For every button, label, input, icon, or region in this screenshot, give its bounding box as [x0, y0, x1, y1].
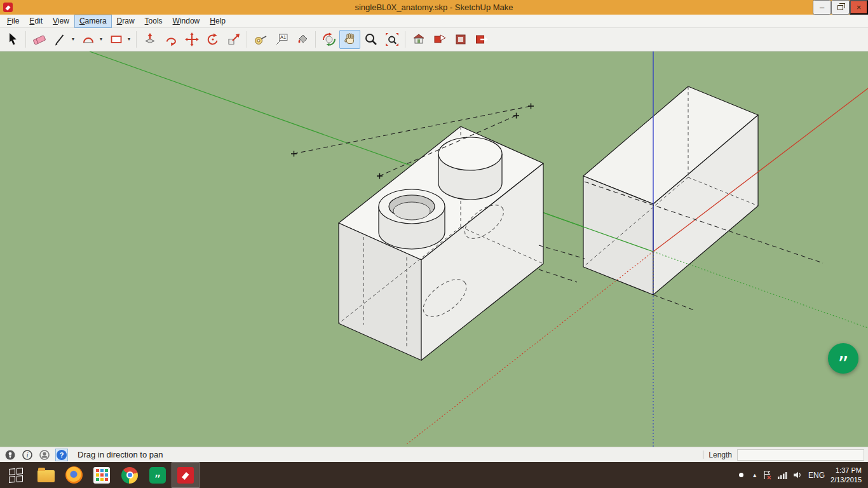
line-tool-dropdown[interactable]: ▾ — [69, 30, 78, 49]
tape-measure-icon — [253, 32, 268, 47]
sign-in-button[interactable] — [38, 449, 51, 461]
plain-box[interactable] — [583, 86, 758, 295]
brick-stud-rear[interactable] — [438, 137, 502, 200]
measurement-area: Length — [703, 449, 864, 461]
menu-item-view[interactable]: View — [48, 15, 74, 28]
close-button[interactable]: × — [850, 0, 868, 15]
scale-tool-button[interactable] — [223, 30, 244, 49]
hangouts-icon: ” — [149, 467, 166, 484]
hangouts-button[interactable]: ” — [144, 462, 172, 488]
tray-alert-icon[interactable] — [736, 470, 746, 480]
move-tool-button[interactable] — [181, 30, 202, 49]
measurement-label: Length — [709, 451, 732, 459]
file-explorer-button[interactable] — [32, 462, 60, 488]
action-center-icon[interactable] — [763, 470, 771, 480]
geolocation-button[interactable] — [4, 449, 17, 461]
menu-item-draw[interactable]: Draw — [112, 15, 140, 28]
menu-item-window[interactable]: Window — [168, 15, 205, 28]
arc-icon — [81, 32, 96, 47]
chevron-down-icon: ▾ — [72, 37, 74, 42]
brick-stud-front-hollow[interactable] — [379, 189, 445, 249]
chevron-down-icon: ▾ — [100, 37, 102, 42]
followme-icon — [163, 32, 179, 47]
help-button[interactable]: ? — [55, 449, 68, 461]
taskbar: ” ▲ ENG 1:37 PM 2/13/2015 — [0, 462, 868, 488]
folder-icon — [37, 470, 55, 482]
help-glyph: ? — [60, 451, 64, 459]
paint-bucket-tool-button[interactable] — [292, 30, 313, 49]
drawing-viewport[interactable]: ” — [0, 51, 868, 447]
pencil-icon — [53, 32, 68, 47]
select-cursor-icon — [5, 32, 20, 47]
app-grid-icon — [93, 467, 110, 484]
eraser-icon — [32, 32, 47, 47]
line-tool-button[interactable] — [50, 30, 71, 49]
zoom-extents-tool-button[interactable] — [381, 30, 402, 49]
help-icon: ? — [56, 449, 67, 461]
status-bar: i ? Drag in direction to pan Length — [0, 447, 868, 462]
text-icon: A1 — [274, 32, 289, 47]
arc-tool-button[interactable] — [78, 30, 98, 49]
menu-item-tools[interactable]: Tools — [140, 15, 168, 28]
volume-icon[interactable] — [793, 471, 803, 479]
select-tool-button[interactable] — [2, 30, 23, 49]
measurement-input[interactable] — [737, 449, 864, 461]
zoom-tool-button[interactable] — [360, 30, 381, 49]
chrome-button[interactable] — [116, 462, 144, 488]
geolocation-icon — [4, 449, 16, 461]
title-bar[interactable]: singleBL0X_anatomy.skp - SketchUp Make –… — [0, 0, 868, 15]
stat-divider — [703, 451, 703, 459]
menu-item-help[interactable]: Help — [205, 15, 231, 28]
toolbar-separator — [405, 31, 405, 48]
toolbar-separator — [247, 31, 247, 48]
info-glyph: i — [27, 452, 29, 459]
paint-bucket-icon — [295, 32, 310, 47]
orbit-tool-button[interactable] — [318, 30, 339, 49]
export-icon — [474, 32, 489, 47]
menu-item-file[interactable]: File — [2, 15, 24, 28]
network-icon[interactable] — [777, 471, 787, 479]
text-tool-label: A1 — [280, 34, 286, 40]
sketchup-window: singleBL0X_anatomy.skp - SketchUp Make –… — [0, 0, 868, 488]
app-grid-button[interactable] — [88, 462, 116, 488]
extension-warehouse-button[interactable] — [450, 30, 471, 49]
minimize-button[interactable]: – — [813, 0, 831, 15]
credits-button[interactable]: i — [21, 449, 34, 461]
chrome-icon — [121, 467, 138, 484]
window-title: singleBL0X_anatomy.skp - SketchUp Make — [355, 3, 513, 12]
restore-button[interactable] — [831, 0, 850, 15]
taskbar-clock[interactable]: 1:37 PM 2/13/2015 — [831, 466, 862, 485]
language-indicator[interactable]: ENG — [808, 471, 825, 480]
menu-item-camera[interactable]: Camera — [74, 15, 112, 28]
sketchup-taskbar-button[interactable] — [172, 462, 200, 488]
show-hidden-icons-button[interactable]: ▲ — [752, 472, 757, 478]
firefox-button[interactable] — [60, 462, 88, 488]
toolbar: ▾ ▾ ▾ A1 — [0, 28, 868, 51]
hangouts-overlay-bubble[interactable]: ” — [828, 343, 858, 374]
share-model-button[interactable] — [429, 30, 450, 49]
user-icon — [39, 449, 50, 461]
clock-time: 1:37 PM — [831, 466, 862, 475]
rectangle-tool-button[interactable] — [105, 30, 126, 49]
rotate-icon — [205, 32, 220, 47]
pan-hand-icon — [342, 32, 358, 47]
get-models-button[interactable] — [408, 30, 429, 49]
rotate-tool-button[interactable] — [202, 30, 223, 49]
extension-warehouse-icon — [453, 32, 468, 47]
pushpull-tool-button[interactable] — [139, 30, 160, 49]
pan-tool-button[interactable] — [339, 30, 360, 49]
rectangle-tool-dropdown[interactable]: ▾ — [125, 30, 133, 49]
export-model-button[interactable] — [471, 30, 492, 49]
lego-brick[interactable] — [339, 126, 543, 360]
text-tool-button[interactable]: A1 — [271, 30, 292, 49]
tape-measure-tool-button[interactable] — [250, 30, 271, 49]
status-hint: Drag in direction to pan — [78, 450, 163, 459]
menu-bar: File Edit View Camera Draw Tools Window … — [0, 15, 868, 28]
menu-item-edit[interactable]: Edit — [24, 15, 48, 28]
eraser-tool-button[interactable] — [29, 30, 50, 49]
sketchup-logo-icon — [3, 3, 13, 12]
arc-tool-dropdown[interactable]: ▾ — [97, 30, 105, 49]
start-button[interactable] — [0, 462, 32, 488]
followme-tool-button[interactable] — [160, 30, 181, 49]
rectangle-icon — [109, 32, 124, 47]
